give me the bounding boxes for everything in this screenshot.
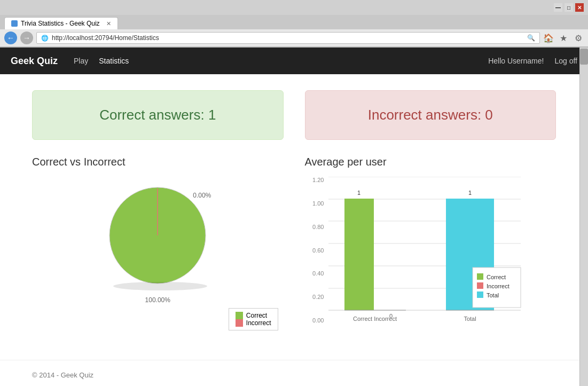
y-label-3: 0.60 bbox=[305, 247, 324, 254]
footer: © 2014 - Geek Quiz bbox=[0, 360, 588, 386]
y-label-2: 0.40 bbox=[305, 270, 324, 277]
close-button[interactable]: ✕ bbox=[575, 3, 584, 12]
bar-legend-total-color bbox=[477, 292, 483, 298]
pie-chart-container: 0.00% 100.00% Correct Incorrect bbox=[32, 177, 284, 330]
y-label-6: 1.20 bbox=[305, 177, 324, 183]
bar-chart-svg: 1 Correct Incorrect 1 bbox=[328, 177, 542, 337]
url-icon: 🌐 bbox=[41, 35, 49, 42]
scrollbar[interactable] bbox=[579, 48, 588, 386]
navbar: Geek Quiz Play Statistics Hello Username… bbox=[0, 48, 588, 74]
settings-icon[interactable]: ⚙ bbox=[573, 33, 584, 43]
pie-legend-correct: Correct bbox=[236, 312, 271, 319]
navbar-link-statistics[interactable]: Statistics bbox=[99, 54, 129, 67]
pie-chart-title: Correct vs Incorrect bbox=[32, 156, 284, 168]
url-box[interactable]: 🌐 http://localhost:20794/Home/Statistics… bbox=[36, 32, 540, 44]
toolbar-icons: 🏠 ★ ⚙ bbox=[543, 33, 584, 43]
app-container: Geek Quiz Play Statistics Hello Username… bbox=[0, 48, 588, 386]
scrollbar-thumb[interactable] bbox=[580, 49, 588, 65]
bar-chart-wrapper: 0.00 0.20 0.40 0.60 0.80 1.00 1.20 bbox=[305, 177, 556, 338]
title-bar: — □ ✕ bbox=[0, 0, 588, 15]
active-tab[interactable]: Trivia Statistics - Geek Quiz ✕ bbox=[4, 17, 118, 29]
correct-stat-card: Correct answers: 1 bbox=[32, 90, 284, 140]
y-label-5: 1.00 bbox=[305, 200, 324, 207]
y-label-0: 0.00 bbox=[305, 317, 324, 324]
y-axis-labels: 0.00 0.20 0.40 0.60 0.80 1.00 1.20 bbox=[305, 177, 324, 338]
bar-correct-label: 1 bbox=[357, 190, 360, 196]
bar-legend-correct-color bbox=[477, 273, 483, 280]
search-icon: 🔍 bbox=[527, 34, 535, 42]
bar-legend-total-text: Total bbox=[487, 292, 499, 298]
browser-chrome: — □ ✕ Trivia Statistics - Geek Quiz ✕ ← … bbox=[0, 0, 588, 48]
pie-legend-correct-label: Correct bbox=[246, 312, 267, 319]
bar-correct bbox=[344, 199, 374, 310]
navbar-links: Play Statistics bbox=[74, 54, 129, 67]
navbar-greeting: Hello Username! bbox=[488, 57, 544, 65]
url-text: http://localhost:20794/Home/Statistics bbox=[52, 34, 524, 42]
maximize-button[interactable]: □ bbox=[565, 3, 573, 12]
correct-stat-label: Correct answers: 1 bbox=[99, 107, 216, 123]
pie-legend-incorrect: Incorrect bbox=[236, 319, 271, 327]
y-label-4: 0.80 bbox=[305, 224, 324, 230]
favorites-icon[interactable]: ★ bbox=[558, 33, 569, 43]
pie-incorrect-pct: 0.00% bbox=[193, 192, 211, 199]
back-button[interactable]: ← bbox=[4, 31, 17, 44]
navbar-right: Hello Username! Log off bbox=[488, 57, 577, 65]
navbar-logoff[interactable]: Log off bbox=[554, 57, 577, 65]
y-label-1: 0.20 bbox=[305, 294, 324, 300]
incorrect-stat-label: Incorrect answers: 0 bbox=[368, 107, 493, 123]
bar-chart-title: Average per user bbox=[305, 156, 556, 168]
stats-cards: Correct answers: 1 Incorrect answers: 0 bbox=[32, 90, 556, 140]
bar-chart-area: 1 Correct Incorrect 1 bbox=[328, 177, 556, 338]
pie-incorrect-color bbox=[236, 319, 243, 327]
bar-chart-section: Average per user 0.00 0.20 0.40 0.60 0.8… bbox=[305, 156, 556, 338]
home-icon[interactable]: 🏠 bbox=[543, 33, 554, 43]
bar-legend-correct-text: Correct bbox=[487, 274, 506, 280]
bar-total-label: 1 bbox=[468, 190, 471, 196]
bar-legend-incorrect-text: Incorrect bbox=[487, 283, 509, 289]
forward-button[interactable]: → bbox=[20, 31, 33, 44]
tab-favicon bbox=[11, 20, 18, 27]
pie-chart-section: Correct vs Incorrect 0.0 bbox=[32, 156, 284, 338]
bar-legend-incorrect-color bbox=[477, 282, 483, 289]
svg-point-2 bbox=[113, 282, 207, 290]
navbar-brand[interactable]: Geek Quiz bbox=[11, 56, 58, 67]
incorrect-stat-card: Incorrect answers: 0 bbox=[305, 90, 556, 140]
bar-group2-label: Total bbox=[464, 316, 476, 322]
tab-title: Trivia Statistics - Geek Quiz bbox=[21, 20, 100, 27]
main-content: Correct answers: 1 Incorrect answers: 0 … bbox=[0, 74, 588, 349]
charts-row: Correct vs Incorrect 0.0 bbox=[32, 156, 556, 338]
window-controls: — □ ✕ bbox=[554, 3, 584, 12]
pie-legend: Correct Incorrect bbox=[229, 308, 278, 330]
pie-legend-incorrect-label: Incorrect bbox=[246, 319, 271, 327]
pie-correct-color bbox=[236, 312, 243, 319]
navbar-link-play[interactable]: Play bbox=[74, 54, 88, 67]
tab-bar: Trivia Statistics - Geek Quiz ✕ bbox=[0, 15, 588, 29]
pie-correct-pct: 100.00% bbox=[145, 296, 170, 304]
footer-text: © 2014 - Geek Quiz bbox=[32, 371, 93, 379]
minimize-button[interactable]: — bbox=[554, 3, 562, 12]
tab-close-icon[interactable]: ✕ bbox=[106, 20, 111, 27]
pie-chart: 0.00% bbox=[99, 177, 216, 294]
bar-incorrect-0-label: 0 bbox=[389, 313, 392, 319]
address-bar: ← → 🌐 http://localhost:20794/Home/Statis… bbox=[0, 29, 588, 47]
